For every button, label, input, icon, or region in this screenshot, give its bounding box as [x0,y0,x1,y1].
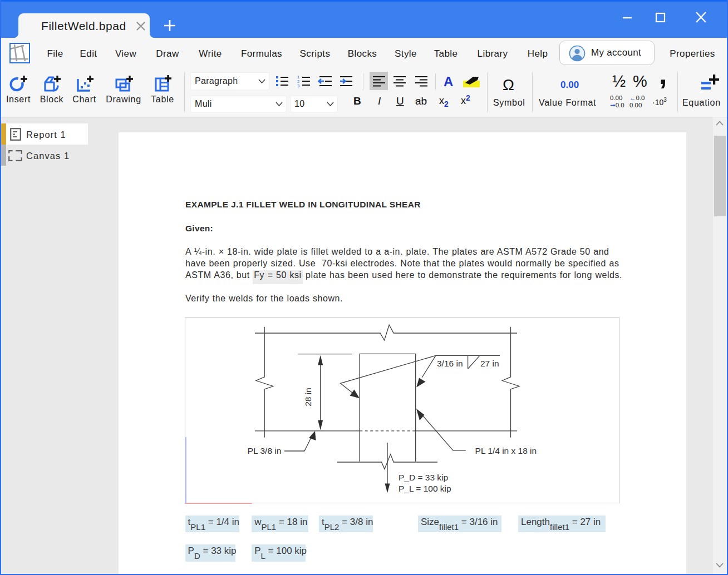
svg-text:3: 3 [297,83,299,88]
svg-text:28 in: 28 in [303,388,313,407]
svg-text:3/16 in: 3/16 in [437,359,463,368]
svg-text:P_D = 33 kip: P_D = 33 kip [399,473,448,482]
svg-text:P_L = 100 kip: P_L = 100 kip [399,484,451,493]
svg-text:PL 1/4 in x 18 in: PL 1/4 in x 18 in [475,446,537,455]
svg-text:27 in: 27 in [480,359,499,368]
svg-text:PL 3/8 in: PL 3/8 in [248,446,282,455]
